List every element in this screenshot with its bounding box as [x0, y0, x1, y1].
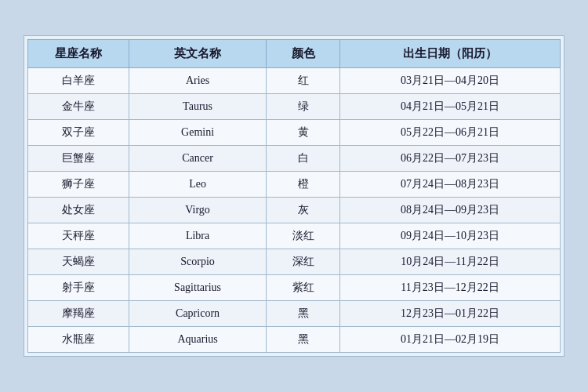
cell-english: Gemini: [129, 120, 267, 146]
cell-date: 06月22日—07月23日: [340, 146, 561, 172]
cell-color: 淡红: [267, 223, 340, 249]
cell-chinese: 狮子座: [28, 172, 129, 198]
cell-english: Cancer: [129, 146, 267, 172]
cell-color: 紫红: [267, 275, 340, 301]
cell-chinese: 处女座: [28, 198, 129, 223]
cell-chinese: 白羊座: [28, 68, 129, 94]
cell-english: Aquarius: [129, 327, 267, 353]
cell-chinese: 天蝎座: [28, 249, 129, 275]
cell-english: Capricorn: [129, 301, 267, 327]
table-header-row: 星座名称 英文名称 颜色 出生日期（阳历）: [28, 40, 561, 68]
cell-color: 橙: [267, 172, 340, 198]
cell-date: 10月24日—11月22日: [340, 249, 561, 275]
table-body: 白羊座Aries红03月21日—04月20日金牛座Taurus绿04月21日—0…: [28, 68, 561, 353]
cell-color: 黄: [267, 120, 340, 146]
cell-date: 09月24日—10月23日: [340, 223, 561, 249]
table-row: 金牛座Taurus绿04月21日—05月21日: [28, 94, 561, 120]
cell-color: 黑: [267, 327, 340, 353]
cell-chinese: 天秤座: [28, 223, 129, 249]
table-row: 处女座Virgo灰08月24日—09月23日: [28, 198, 561, 223]
cell-date: 07月24日—08月23日: [340, 172, 561, 198]
zodiac-table-wrapper: 星座名称 英文名称 颜色 出生日期（阳历） 白羊座Aries红03月21日—04…: [24, 35, 564, 357]
cell-date: 11月23日—12月22日: [340, 275, 561, 301]
cell-english: Scorpio: [129, 249, 267, 275]
cell-color: 深红: [267, 249, 340, 275]
cell-english: Leo: [129, 172, 267, 198]
header-date: 出生日期（阳历）: [340, 40, 561, 68]
table-row: 射手座Sagittarius紫红11月23日—12月22日: [28, 275, 561, 301]
cell-chinese: 摩羯座: [28, 301, 129, 327]
table-row: 狮子座Leo橙07月24日—08月23日: [28, 172, 561, 198]
table-row: 水瓶座Aquarius黑01月21日—02月19日: [28, 327, 561, 353]
cell-color: 绿: [267, 94, 340, 120]
table-row: 巨蟹座Cancer白06月22日—07月23日: [28, 146, 561, 172]
header-color: 颜色: [267, 40, 340, 68]
cell-english: Libra: [129, 223, 267, 249]
cell-color: 红: [267, 68, 340, 94]
table-row: 天秤座Libra淡红09月24日—10月23日: [28, 223, 561, 249]
table-row: 白羊座Aries红03月21日—04月20日: [28, 68, 561, 94]
cell-english: Virgo: [129, 198, 267, 223]
cell-chinese: 金牛座: [28, 94, 129, 120]
zodiac-table: 星座名称 英文名称 颜色 出生日期（阳历） 白羊座Aries红03月21日—04…: [27, 39, 561, 353]
cell-chinese: 双子座: [28, 120, 129, 146]
header-chinese: 星座名称: [28, 40, 129, 68]
cell-date: 05月22日—06月21日: [340, 120, 561, 146]
table-row: 天蝎座Scorpio深红10月24日—11月22日: [28, 249, 561, 275]
cell-date: 01月21日—02月19日: [340, 327, 561, 353]
cell-english: Sagittarius: [129, 275, 267, 301]
cell-english: Taurus: [129, 94, 267, 120]
cell-date: 12月23日—01月22日: [340, 301, 561, 327]
cell-english: Aries: [129, 68, 267, 94]
cell-color: 灰: [267, 198, 340, 223]
table-row: 双子座Gemini黄05月22日—06月21日: [28, 120, 561, 146]
cell-chinese: 射手座: [28, 275, 129, 301]
cell-color: 黑: [267, 301, 340, 327]
cell-chinese: 巨蟹座: [28, 146, 129, 172]
header-english: 英文名称: [129, 40, 267, 68]
table-row: 摩羯座Capricorn黑12月23日—01月22日: [28, 301, 561, 327]
cell-date: 04月21日—05月21日: [340, 94, 561, 120]
cell-date: 03月21日—04月20日: [340, 68, 561, 94]
cell-chinese: 水瓶座: [28, 327, 129, 353]
cell-color: 白: [267, 146, 340, 172]
cell-date: 08月24日—09月23日: [340, 198, 561, 223]
